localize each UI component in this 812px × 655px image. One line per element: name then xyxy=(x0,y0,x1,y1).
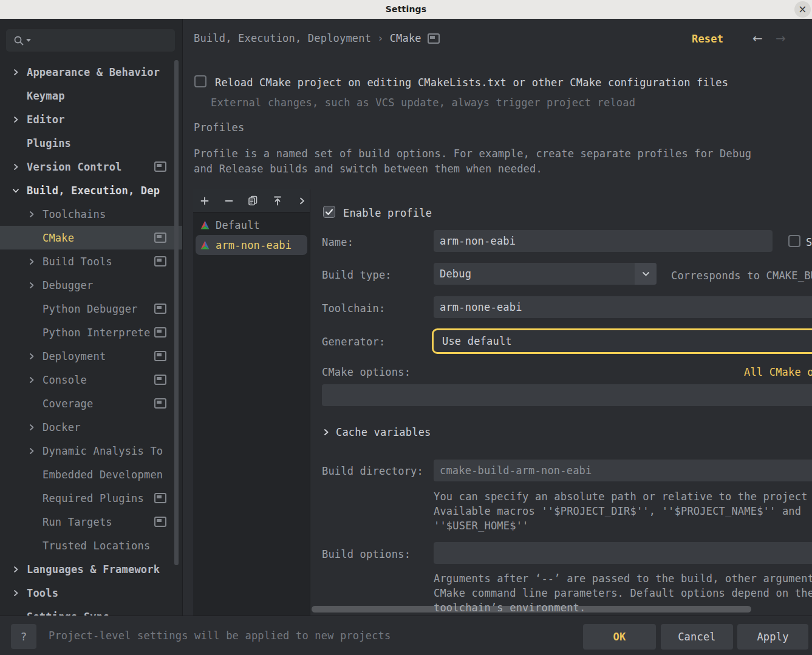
more-profile-button[interactable] xyxy=(296,195,307,206)
chevron-right-icon[interactable] xyxy=(12,565,20,574)
sidebar-item-build-execution-deployment[interactable]: Build, Execution, Dep xyxy=(0,178,182,202)
sidebar-item-docker[interactable]: Docker xyxy=(0,415,182,439)
profile-item-default[interactable]: Default xyxy=(196,215,307,235)
sidebar-item-tools[interactable]: Tools xyxy=(0,581,182,605)
sidebar-item-toolchains[interactable]: Toolchains xyxy=(0,202,182,226)
sidebar-item-languages-frameworks[interactable]: Languages & Framework xyxy=(0,557,182,581)
screen-icon xyxy=(154,493,166,503)
chevron-down-icon[interactable] xyxy=(635,263,657,285)
screen-icon xyxy=(428,33,440,44)
sidebar-item-label: Run Targets xyxy=(43,516,154,528)
profiles-title: Profiles xyxy=(194,121,244,134)
cancel-button[interactable]: Cancel xyxy=(661,624,733,650)
ok-button[interactable]: OK xyxy=(583,624,656,650)
chevron-right-icon[interactable] xyxy=(27,423,36,432)
sidebar-item-embedded-development[interactable]: Embedded Developmen xyxy=(0,463,182,486)
remove-profile-button[interactable] xyxy=(223,195,234,206)
search-input[interactable] xyxy=(6,29,175,52)
sidebar-item-appearance-behavior[interactable]: Appearance & Behavior xyxy=(0,60,182,84)
sidebar-item-version-control[interactable]: Version Control xyxy=(0,155,182,178)
help-button[interactable]: ? xyxy=(11,624,36,649)
sidebar-item-label: Embedded Developmen xyxy=(43,469,166,481)
sidebar-item-required-plugins[interactable]: Required Plugins xyxy=(0,486,182,510)
horizontal-scrollbar[interactable] xyxy=(312,606,751,613)
profile-item-label: arm-non-eabi xyxy=(216,239,292,251)
back-arrow-icon[interactable]: ← xyxy=(752,32,763,45)
cmake-options-label: CMake options: xyxy=(322,365,411,379)
sidebar: Appearance & BehaviorKeymapEditorPlugins… xyxy=(0,19,183,616)
tree-indent-spacer xyxy=(27,399,36,408)
toolchain-dropdown[interactable]: arm-none-eabi xyxy=(434,296,812,318)
tree-indent-spacer xyxy=(27,470,36,479)
all-cmake-options-link[interactable]: All CMake options xyxy=(744,365,812,379)
screen-icon xyxy=(154,375,166,385)
profiles-description-line2: and Release builds and switch between th… xyxy=(194,162,542,175)
cmake-logo-icon xyxy=(200,220,216,229)
sidebar-item-label: Keymap xyxy=(27,90,166,102)
chevron-right-icon[interactable] xyxy=(12,115,20,124)
build-type-dropdown[interactable]: Debug xyxy=(434,263,657,285)
sidebar-item-label: Required Plugins xyxy=(43,492,154,504)
copy-profile-button[interactable] xyxy=(247,195,259,206)
build-options-field[interactable] xyxy=(434,542,812,564)
sidebar-item-plugins[interactable]: Plugins xyxy=(0,131,182,155)
sidebar-item-keymap[interactable]: Keymap xyxy=(0,84,182,107)
screen-icon xyxy=(154,398,166,409)
sidebar-item-coverage[interactable]: Coverage xyxy=(0,392,182,415)
chevron-right-icon[interactable] xyxy=(12,163,20,171)
chevron-right-icon[interactable] xyxy=(27,352,36,361)
sidebar-item-label: Languages & Framework xyxy=(27,563,166,575)
reload-project-checkbox[interactable] xyxy=(194,75,206,87)
window-title: Settings xyxy=(0,0,812,19)
forward-arrow-icon[interactable]: → xyxy=(776,32,786,45)
sidebar-item-run-targets[interactable]: Run Targets xyxy=(0,510,182,534)
cache-variables-expander[interactable]: Cache variables xyxy=(322,426,431,438)
sidebar-item-cmake[interactable]: CMake xyxy=(0,226,182,249)
chevron-right-icon[interactable] xyxy=(27,447,36,455)
profile-item-arm-non-eabi[interactable]: arm-non-eabi xyxy=(196,235,307,255)
sidebar-item-settings-sync[interactable]: Settings Sync xyxy=(0,605,182,616)
footer-note: Project-level settings will be applied t… xyxy=(49,630,391,642)
build-options-hint-line2: CMake command line parameters. Default o… xyxy=(434,586,812,600)
share-label: S xyxy=(806,236,812,249)
reset-link[interactable]: Reset xyxy=(692,33,723,45)
sidebar-item-python-debugger[interactable]: Python Debugger xyxy=(0,297,182,321)
breadcrumb-parent[interactable]: Build, Execution, Deployment xyxy=(194,32,371,44)
chevron-right-icon[interactable] xyxy=(27,210,36,219)
sidebar-item-label: Dynamic Analysis To xyxy=(43,445,166,457)
build-directory-field[interactable]: cmake-build-arm-non-eabi xyxy=(434,460,812,481)
screen-icon xyxy=(154,256,166,266)
settings-window: Settings × Appearance & BehaviorKeymapEd… xyxy=(0,0,812,655)
sidebar-item-label: Coverage xyxy=(43,398,154,410)
apply-button[interactable]: Apply xyxy=(737,624,808,650)
sidebar-item-trusted-locations[interactable]: Trusted Locations xyxy=(0,534,182,557)
sidebar-item-build-tools[interactable]: Build Tools xyxy=(0,249,182,273)
share-checkbox[interactable] xyxy=(788,235,800,247)
sidebar-item-dynamic-analysis-tools[interactable]: Dynamic Analysis To xyxy=(0,439,182,463)
titlebar: Settings × xyxy=(0,0,812,19)
chevron-right-icon[interactable] xyxy=(12,68,20,76)
export-profile-button[interactable] xyxy=(271,195,283,206)
sidebar-item-label: Appearance & Behavior xyxy=(27,66,166,78)
sidebar-item-label: Deployment xyxy=(43,350,154,362)
cmake-options-field[interactable] xyxy=(322,384,812,406)
close-button[interactable]: × xyxy=(794,1,811,18)
chevron-right-icon[interactable] xyxy=(12,589,20,597)
sidebar-item-debugger[interactable]: Debugger xyxy=(0,273,182,297)
sidebar-item-editor[interactable]: Editor xyxy=(0,107,182,131)
sidebar-scrollbar[interactable] xyxy=(174,60,179,565)
sidebar-item-console[interactable]: Console xyxy=(0,368,182,392)
sidebar-item-deployment[interactable]: Deployment xyxy=(0,344,182,368)
add-profile-button[interactable] xyxy=(199,195,210,206)
chevron-right-icon[interactable] xyxy=(27,376,36,384)
sidebar-item-python-interpreter[interactable]: Python Interprete xyxy=(0,321,182,344)
chevron-right-icon[interactable] xyxy=(27,257,36,266)
sidebar-item-label: Plugins xyxy=(27,137,166,149)
enable-profile-checkbox[interactable] xyxy=(323,206,335,218)
name-field[interactable]: arm-non-eabi xyxy=(434,230,773,252)
chevron-right-icon[interactable] xyxy=(27,281,36,290)
screen-icon xyxy=(154,304,166,314)
generator-dropdown[interactable]: Use default xyxy=(432,328,812,354)
build-options-hint-line1: Arguments after ‘--’ are passed to the b… xyxy=(434,571,812,586)
chevron-down-icon[interactable] xyxy=(12,186,20,195)
